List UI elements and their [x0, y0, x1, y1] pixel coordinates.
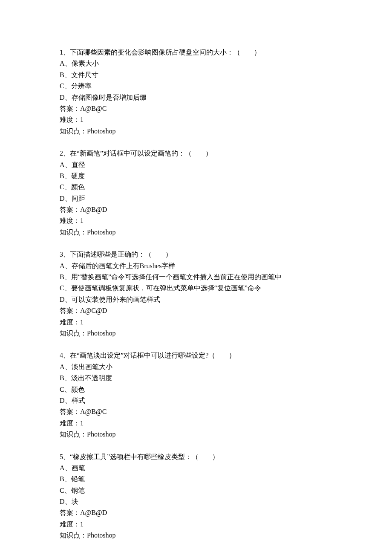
question-option: B、硬度 [60, 171, 332, 182]
question-knowledge: 知识点：Photoshop [60, 227, 332, 238]
question-difficulty: 难度：1 [60, 317, 332, 328]
document-page: 1、下面哪些因素的变化会影响图像所占硬盘空间的大小：（ ） A、像素大小 B、文… [0, 0, 392, 555]
question-option: A、像素大小 [60, 58, 332, 69]
question-option: C、钢笔 [60, 485, 332, 496]
question-block: 4、在“画笔淡出设定”对话框中可以进行哪些设定?（ ） A、淡出画笔大小 B、淡… [60, 350, 332, 440]
question-stem: 3、下面描述哪些是正确的：（ ） [60, 249, 332, 260]
question-difficulty: 难度：1 [60, 215, 332, 226]
question-option: A、直径 [60, 159, 332, 171]
question-knowledge: 知识点：Photoshop [60, 328, 332, 339]
question-difficulty: 难度：1 [60, 519, 332, 530]
question-answer: 答案：A@B@C [60, 406, 332, 417]
question-option: A、画笔 [60, 462, 332, 474]
question-option: D、可以安装使用外来的画笔样式 [60, 294, 332, 305]
question-option: A、淡出画笔大小 [60, 361, 332, 373]
question-knowledge: 知识点：Photoshop [60, 530, 332, 541]
question-option: A、存储后的画笔文件上有Brushes字样 [60, 260, 332, 272]
question-stem: 1、下面哪些因素的变化会影响图像所占硬盘空间的大小：（ ） [60, 47, 332, 58]
question-answer: 答案：A@B@D [60, 204, 332, 215]
question-option: C、要使画笔调板恢复原状，可在弹出式菜单中选择“复位画笔”命令 [60, 283, 332, 294]
question-answer: 答案：A@B@D [60, 507, 332, 518]
question-knowledge: 知识点：Photoshop [60, 126, 332, 137]
question-stem: 4、在“画笔淡出设定”对话框中可以进行哪些设定?（ ） [60, 350, 332, 361]
question-block: 3、下面描述哪些是正确的：（ ） A、存储后的画笔文件上有Brushes字样 B… [60, 249, 332, 339]
question-option: B、文件尺寸 [60, 69, 332, 81]
question-difficulty: 难度：1 [60, 114, 332, 125]
question-difficulty: 难度：1 [60, 418, 332, 429]
question-option: C、分辨率 [60, 81, 332, 92]
question-option: C、颜色 [60, 384, 332, 395]
question-knowledge: 知识点：Photoshop [60, 429, 332, 440]
question-block: 5、“橡皮擦工具”选项栏中有哪些橡皮类型：（ ） A、画笔 B、铅笔 C、钢笔 … [60, 451, 332, 541]
question-option: D、存储图像时是否增加后缀 [60, 92, 332, 103]
question-option: D、样式 [60, 395, 332, 406]
question-block: 2、在“新画笔”对话框中可以设定画笔的：（ ） A、直径 B、硬度 C、颜色 D… [60, 148, 332, 238]
question-stem: 5、“橡皮擦工具”选项栏中有哪些橡皮类型：（ ） [60, 451, 332, 462]
question-stem: 2、在“新画笔”对话框中可以设定画笔的：（ ） [60, 148, 332, 159]
question-answer: 答案：A@B@C [60, 103, 332, 114]
question-answer: 答案：A@C@D [60, 305, 332, 316]
question-option: B、用“替换画笔”命令可选择任何一个画笔文件插入当前正在使用的画笔中 [60, 272, 332, 283]
question-block: 1、下面哪些因素的变化会影响图像所占硬盘空间的大小：（ ） A、像素大小 B、文… [60, 47, 332, 137]
question-option: C、颜色 [60, 182, 332, 193]
question-option: B、淡出不透明度 [60, 373, 332, 384]
question-option: D、块 [60, 496, 332, 507]
question-option: D、间距 [60, 193, 332, 204]
question-option: B、铅笔 [60, 474, 332, 485]
